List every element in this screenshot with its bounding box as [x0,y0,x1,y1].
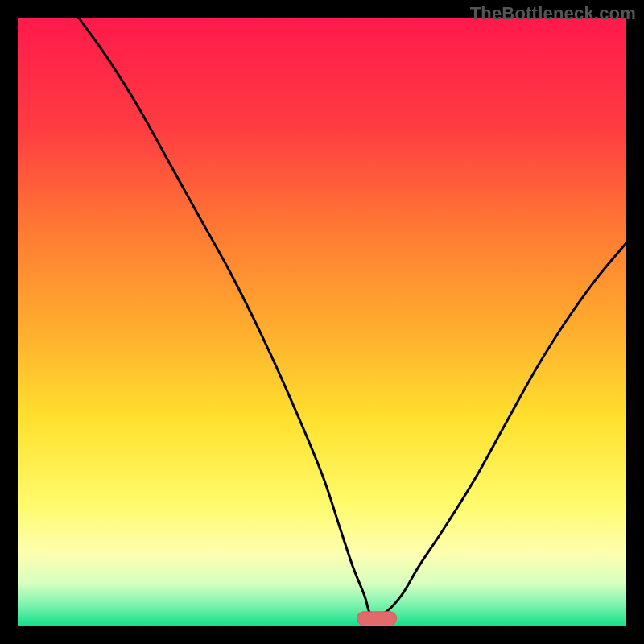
watermark-text: TheBottleneck.com [470,3,636,24]
gradient-background [18,18,626,626]
chart-svg [18,18,626,626]
minimum-marker [357,612,396,625]
chart-frame: TheBottleneck.com [0,0,644,644]
plot-area [18,18,626,626]
